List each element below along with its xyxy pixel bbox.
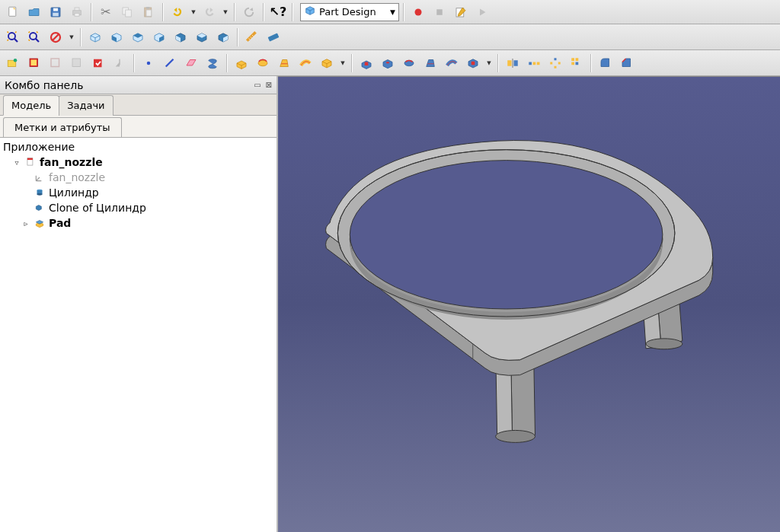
panel-header: Комбо панель ▭ ⊠ [0, 76, 277, 94]
print-button[interactable] [67, 2, 87, 22]
tab-tasks[interactable]: Задачи [59, 95, 113, 116]
redo-dropdown[interactable]: ▼ [221, 2, 230, 22]
combo-panel: Комбо панель ▭ ⊠ Модель Задачи Метки и а… [0, 76, 278, 532]
linear-pattern-button[interactable] [524, 53, 544, 73]
revolution-button[interactable] [253, 53, 273, 73]
macro-edit-button[interactable] [451, 2, 471, 22]
new-doc-button[interactable] [3, 2, 23, 22]
panel-float-icon[interactable]: ▭ [254, 81, 261, 89]
refresh-button[interactable] [239, 2, 259, 22]
pocket-button[interactable] [356, 53, 376, 73]
separator [351, 54, 353, 72]
subtractive-prim-dropdown[interactable]: ▼ [484, 53, 494, 73]
draw-style-button[interactable] [46, 27, 66, 47]
datum-point-button[interactable] [139, 53, 158, 73]
right-view-button[interactable] [149, 27, 169, 47]
macro-record-button[interactable] [408, 2, 428, 22]
groove-button[interactable] [399, 53, 419, 73]
bottom-view-button[interactable] [192, 27, 212, 47]
svg-point-26 [147, 61, 151, 65]
front-view-button[interactable] [107, 27, 126, 47]
additive-pipe-button[interactable] [296, 53, 315, 73]
draw-style-dropdown[interactable]: ▼ [67, 27, 76, 47]
chevron-down-icon: ▼ [390, 8, 395, 16]
svg-rect-3 [53, 12, 59, 16]
map-sketch-button[interactable] [67, 53, 87, 73]
multi-transform-button[interactable] [567, 53, 587, 73]
separator [80, 28, 82, 46]
merge-sketch-button[interactable] [110, 53, 129, 73]
svg-rect-42 [576, 58, 579, 61]
additive-primitive-button[interactable] [317, 53, 337, 73]
svg-point-20 [14, 59, 18, 62]
paste-button[interactable] [139, 2, 158, 22]
whats-this-button[interactable]: ↖? [268, 2, 288, 22]
panel-close-icon[interactable]: ⊠ [266, 81, 272, 89]
tree-root[interactable]: Приложение [3, 139, 273, 155]
svg-point-49 [37, 193, 43, 196]
mirrored-button[interactable] [503, 53, 523, 73]
macro-stop-button[interactable] [430, 2, 449, 22]
subtractive-pipe-button[interactable] [442, 53, 462, 73]
svg-point-51 [496, 430, 535, 442]
fit-selection-button[interactable] [24, 27, 44, 47]
top-view-button[interactable] [128, 27, 148, 47]
hole-button[interactable] [378, 53, 398, 73]
create-body-button[interactable] [3, 53, 23, 73]
measure-linear-button[interactable] [242, 27, 262, 47]
tree-item[interactable]: fan_nozzle [3, 170, 273, 185]
fillet-button[interactable] [596, 53, 615, 73]
save-button[interactable] [46, 2, 66, 22]
additive-loft-button[interactable] [274, 53, 294, 73]
axo-view-button[interactable] [85, 27, 105, 47]
svg-point-50 [646, 339, 682, 349]
svg-rect-37 [555, 58, 557, 60]
copy-button[interactable] [117, 2, 137, 22]
subtab-labels-attributes[interactable]: Метки и атрибуты [3, 117, 122, 137]
pad-icon [34, 217, 46, 229]
tree-item-pad[interactable]: ▹ Pad [3, 215, 273, 231]
undo-button[interactable] [168, 2, 187, 22]
redo-button[interactable] [200, 2, 219, 22]
fit-all-button[interactable] [3, 27, 23, 47]
3d-viewport[interactable] [278, 76, 780, 532]
macro-play-button[interactable] [472, 2, 492, 22]
svg-rect-23 [51, 59, 59, 67]
svg-rect-18 [268, 33, 280, 41]
pad-button[interactable] [232, 53, 251, 73]
rear-view-button[interactable] [171, 27, 190, 47]
tree-document[interactable]: ▿ fan_nozzle [3, 155, 273, 170]
svg-rect-34 [529, 62, 532, 65]
chamfer-button[interactable] [617, 53, 637, 73]
svg-rect-25 [94, 59, 102, 67]
left-view-button[interactable] [213, 27, 233, 47]
edit-sketch-button[interactable] [46, 53, 66, 73]
subtractive-primitive-button[interactable] [463, 53, 483, 73]
open-button[interactable] [24, 2, 44, 22]
svg-rect-5 [75, 8, 79, 11]
tab-model[interactable]: Модель [3, 95, 59, 116]
measure-angular-button[interactable] [264, 27, 283, 47]
cut-button[interactable]: ✂ [96, 2, 116, 22]
model-tree[interactable]: Приложение ▿ fan_nozzle fan_nozzle Цили [0, 138, 277, 532]
shape-binder-button[interactable] [203, 53, 222, 73]
svg-rect-13 [436, 9, 443, 15]
undo-dropdown[interactable]: ▼ [189, 2, 198, 22]
expander-icon[interactable]: ▿ [12, 158, 21, 167]
datum-line-button[interactable] [160, 53, 180, 73]
tree-item[interactable]: Clone of Цилиндр [3, 200, 273, 215]
subtractive-loft-button[interactable] [420, 53, 440, 73]
workbench-selector[interactable]: Part Design ▼ [300, 3, 399, 21]
separator [162, 3, 164, 21]
model-render [278, 77, 780, 532]
svg-rect-39 [555, 65, 557, 68]
create-sketch-button[interactable] [24, 53, 44, 73]
panel-title: Комбо панель [5, 79, 83, 91]
svg-rect-38 [558, 62, 561, 64]
tree-item[interactable]: Цилиндр [3, 185, 273, 200]
datum-plane-button[interactable] [181, 53, 201, 73]
additive-prim-dropdown[interactable]: ▼ [338, 53, 347, 73]
expander-icon[interactable]: ▹ [21, 219, 30, 228]
polar-pattern-button[interactable] [545, 53, 565, 73]
validator-button[interactable] [88, 53, 108, 73]
